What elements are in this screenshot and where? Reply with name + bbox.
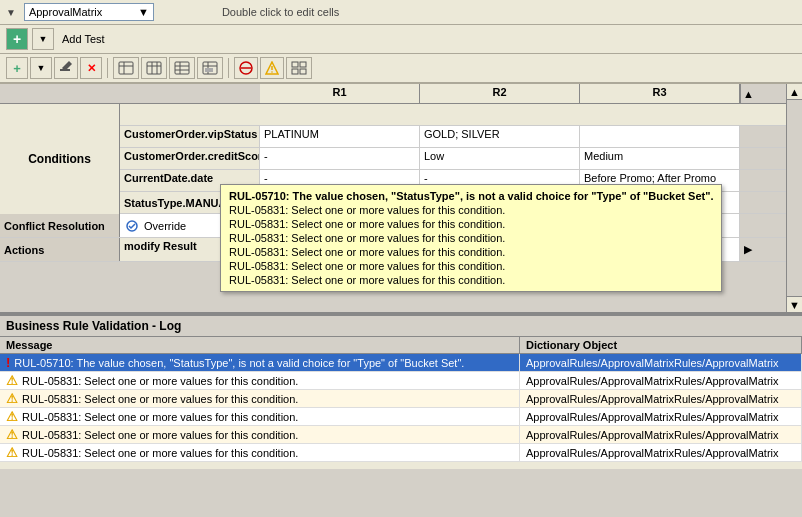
table-row: CustomerOrder.vipStatus PLATINUM GOLD; S… (0, 126, 802, 148)
tb-warning-icon[interactable] (260, 57, 284, 79)
add-test-label: Add Test (62, 33, 105, 45)
vt-row-1[interactable]: ⚠ RUL-05831: Select one or more values f… (0, 372, 802, 390)
row1-r1[interactable]: - (260, 148, 420, 169)
tooltip-popup: RUL-05710: The value chosen, "StatusType… (220, 184, 722, 292)
row1-r2[interactable]: Low (420, 148, 580, 169)
tb-add-icon[interactable]: + (6, 57, 28, 79)
vt-row-5[interactable]: ⚠ RUL-05831: Select one or more values f… (0, 444, 802, 462)
title-hint: Double click to edit cells (222, 6, 339, 18)
svg-rect-25 (300, 69, 306, 74)
sb-up-arrow[interactable]: ▲ (787, 84, 802, 100)
tb-table4-icon[interactable] (197, 57, 223, 79)
collapse-icon[interactable]: ▼ (6, 7, 16, 18)
vt-row-1-dict: ApprovalRules/ApprovalMatrixRules/Approv… (520, 372, 802, 389)
tb-arrow-icon[interactable]: ▼ (30, 57, 52, 79)
tooltip-line-0: RUL-05710: The value chosen, "StatusType… (229, 189, 713, 203)
tb-table1-icon[interactable] (113, 57, 139, 79)
svg-rect-23 (300, 62, 306, 67)
title-dropdown[interactable]: ApprovalMatrix ▼ (24, 3, 154, 21)
conflict-scroll (740, 214, 756, 237)
row3-scroll (740, 192, 756, 213)
vt-row-5-msg: ⚠ RUL-05831: Select one or more values f… (0, 444, 520, 461)
toolbar1: + ▼ Add Test (0, 25, 802, 54)
row0-r1[interactable]: PLATINUM (260, 126, 420, 147)
vth-message: Message (0, 337, 520, 353)
separator2 (228, 58, 229, 78)
gh-r3: R3 (580, 84, 740, 103)
table-row: CustomerOrder.creditScore - Low Medium (0, 148, 802, 170)
svg-rect-24 (292, 69, 298, 74)
vscrollbar-top-arrow[interactable]: ▲ (740, 84, 756, 103)
tb-delete-icon[interactable]: ✕ (80, 57, 102, 79)
vt-row-4-msg: ⚠ RUL-05831: Select one or more values f… (0, 426, 520, 443)
row-section-spacer (0, 170, 120, 191)
title-bar: ▼ ApprovalMatrix ▼ Double click to edit … (0, 0, 802, 25)
row0-r2[interactable]: GOLD; SILVER (420, 126, 580, 147)
vt-row-4-dict: ApprovalRules/ApprovalMatrixRules/Approv… (520, 426, 802, 443)
vt-row-2-dict: ApprovalRules/ApprovalMatrixRules/Approv… (520, 390, 802, 407)
main-grid-area: R1 R2 R3 ▲ Conditions CustomerOrder.vipS… (0, 84, 802, 314)
tooltip-line-6: RUL-05831: Select one or more values for… (229, 273, 713, 287)
tb-table2-icon[interactable] (141, 57, 167, 79)
section-conflict: Conflict Resolution (0, 214, 120, 237)
tooltip-line-3: RUL-05831: Select one or more values for… (229, 231, 713, 245)
tooltip-line-4: RUL-05831: Select one or more values for… (229, 245, 713, 259)
conflict-label: Override (144, 220, 186, 232)
sb-down-arrow[interactable]: ▼ (787, 296, 802, 312)
row2-scroll (740, 170, 756, 191)
row0-scroll (740, 126, 756, 147)
tb-grid-icon[interactable] (286, 57, 312, 79)
section-actions: Actions (0, 238, 120, 261)
error-icon-0: ! (6, 355, 10, 370)
gh-r2: R2 (420, 84, 580, 103)
row0-r3[interactable] (580, 126, 740, 147)
validation-section: Business Rule Validation - Log Message D… (0, 314, 802, 469)
validation-title: Business Rule Validation - Log (0, 316, 802, 337)
warn-icon-2: ⚠ (6, 391, 18, 406)
add-button[interactable]: + (6, 28, 28, 50)
row0-label[interactable]: CustomerOrder.vipStatus (120, 126, 260, 147)
row-section-spacer (0, 126, 120, 147)
vt-row-3-dict: ApprovalRules/ApprovalMatrixRules/Approv… (520, 408, 802, 425)
dropdown-add[interactable]: ▼ (32, 28, 54, 50)
section-conditions: Conditions (0, 104, 120, 125)
vth-dict: Dictionary Object (520, 337, 802, 353)
gh-r1: R1 (260, 84, 420, 103)
svg-rect-22 (292, 62, 298, 67)
sb-track (787, 100, 802, 296)
tb-block-icon[interactable] (234, 57, 258, 79)
separator1 (107, 58, 108, 78)
tooltip-line-2: RUL-05831: Select one or more values for… (229, 217, 713, 231)
row-section-spacer (0, 148, 120, 169)
row1-scroll (740, 148, 756, 169)
actions-scroll-arrow[interactable]: ▶ (740, 238, 756, 261)
vt-body: ! RUL-05710: The value chosen, "StatusTy… (0, 354, 802, 469)
vt-row-3[interactable]: ⚠ RUL-05831: Select one or more values f… (0, 408, 802, 426)
tooltip-line-5: RUL-05831: Select one or more values for… (229, 259, 713, 273)
svg-rect-5 (147, 62, 161, 74)
validation-table: Message Dictionary Object ! RUL-05710: T… (0, 337, 802, 469)
vt-row-2-msg: ⚠ RUL-05831: Select one or more values f… (0, 390, 520, 407)
vt-row-4[interactable]: ⚠ RUL-05831: Select one or more values f… (0, 426, 802, 444)
tb-table3-icon[interactable] (169, 57, 195, 79)
toolbar2: + ▼ ✕ (0, 54, 802, 84)
vt-row-2[interactable]: ⚠ RUL-05831: Select one or more values f… (0, 390, 802, 408)
gh-empty (0, 84, 260, 103)
warn-icon-3: ⚠ (6, 409, 18, 424)
warn-icon-5: ⚠ (6, 445, 18, 460)
vt-row-0[interactable]: ! RUL-05710: The value chosen, "StatusTy… (0, 354, 802, 372)
row1-label[interactable]: CustomerOrder.creditScore (120, 148, 260, 169)
right-scrollbar[interactable]: ▲ ▼ (786, 84, 802, 312)
tooltip-line-1: RUL-05831: Select one or more values for… (229, 203, 713, 217)
warn-icon-1: ⚠ (6, 373, 18, 388)
vt-row-0-msg: ! RUL-05710: The value chosen, "StatusTy… (0, 354, 520, 371)
svg-rect-2 (119, 62, 133, 74)
vt-row-3-msg: ⚠ RUL-05831: Select one or more values f… (0, 408, 520, 425)
vt-row-1-msg: ⚠ RUL-05831: Select one or more values f… (0, 372, 520, 389)
tb-edit-icon[interactable] (54, 57, 78, 79)
dropdown-arrow[interactable]: ▼ (138, 6, 149, 18)
row-section-spacer (0, 192, 120, 213)
svg-rect-16 (205, 68, 213, 72)
vt-header: Message Dictionary Object (0, 337, 802, 354)
row1-r3[interactable]: Medium (580, 148, 740, 169)
